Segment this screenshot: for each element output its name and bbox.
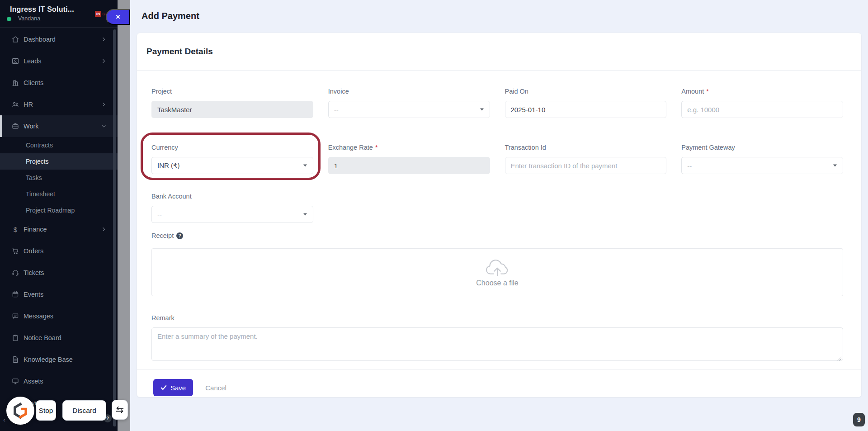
cloud-upload-icon (484, 257, 510, 277)
user-name: Vandana (18, 15, 40, 22)
payment-gateway-select[interactable]: -- (681, 157, 843, 174)
receipt-label: Receipt (151, 232, 174, 239)
chevron-down-icon (833, 165, 837, 167)
currency-select[interactable]: INR (₹) (151, 157, 313, 174)
project-field: Project (151, 88, 313, 118)
transaction-id-label: Transaction Id (505, 144, 667, 151)
chevron-right-icon (101, 227, 107, 232)
home-icon (11, 35, 19, 43)
swap-arrows-icon (115, 405, 125, 415)
project-label: Project (151, 88, 313, 95)
amount-label: Amount* (681, 88, 843, 95)
chevron-down-icon (101, 123, 107, 129)
leads-icon (11, 57, 19, 65)
chevron-down-icon (303, 213, 307, 216)
clipboard-icon (11, 334, 19, 342)
sidebar: Ingress IT Soluti... IN GR Vandana Dashb… (0, 0, 118, 431)
dollar-icon: $ (11, 225, 19, 233)
currency-value: INR (₹) (157, 161, 180, 170)
chat-icon (11, 312, 19, 320)
amount-input[interactable] (681, 101, 843, 118)
paid-on-field: Paid On (505, 88, 667, 118)
bank-account-field: Bank Account -- (151, 193, 313, 223)
chevron-down-icon (303, 165, 307, 167)
save-button[interactable]: Save (153, 379, 193, 396)
company-logo-badge: IN (95, 11, 101, 17)
sidebar-item-dashboard[interactable]: Dashboard (0, 28, 118, 50)
paid-on-label: Paid On (505, 88, 667, 95)
sidebar-item-clients[interactable]: Clients (0, 72, 118, 94)
invoice-select[interactable]: -- (328, 101, 490, 118)
sidebar-item-orders[interactable]: Orders (0, 240, 118, 262)
project-input[interactable] (151, 101, 313, 118)
headset-icon (11, 269, 19, 277)
card-title: Payment Details (146, 47, 847, 57)
close-icon: ✕ (116, 14, 121, 20)
payment-details-card: Payment Details Project Invoice -- Paid … (137, 33, 862, 398)
exchange-rate-field: Exchange Rate* (328, 144, 490, 174)
agent-logo[interactable] (6, 397, 34, 425)
receipt-upload-dropzone[interactable]: Choose a file (151, 248, 843, 296)
close-panel-button[interactable]: ✕ (106, 9, 130, 25)
card-header: Payment Details (137, 33, 861, 71)
sidebar-item-finance[interactable]: $ Finance (0, 218, 118, 240)
hexagon-logo-icon (12, 403, 28, 419)
stop-button[interactable]: Stop (36, 400, 56, 421)
sidebar-nav: Dashboard Leads Clients HR Work Contract… (0, 28, 118, 414)
chevron-right-icon (101, 37, 107, 43)
currency-field: Currency INR (₹) (151, 144, 313, 174)
transaction-id-field: Transaction Id (505, 144, 667, 174)
chevron-left-icon: ‹ (3, 416, 5, 423)
paid-on-input[interactable] (505, 101, 667, 118)
exchange-rate-input[interactable] (328, 157, 490, 174)
help-icon[interactable]: ? (176, 232, 183, 239)
save-label: Save (170, 384, 186, 392)
sidebar-header: Ingress IT Soluti... IN GR Vandana (0, 0, 118, 28)
sidebar-item-assets[interactable]: Assets (0, 370, 118, 392)
building-icon (11, 79, 19, 87)
chevron-right-icon (101, 58, 107, 64)
sidebar-item-events[interactable]: Events (0, 284, 118, 305)
payment-gateway-value: -- (687, 162, 692, 170)
sidebar-item-notice-board[interactable]: Notice Board (0, 327, 118, 349)
swap-button[interactable] (112, 400, 128, 420)
sidebar-item-work[interactable]: Work (0, 115, 118, 137)
sidebar-item-leads[interactable]: Leads (0, 50, 118, 72)
payment-gateway-label: Payment Gateway (681, 144, 843, 151)
sidebar-item-projects[interactable]: Projects (0, 153, 118, 170)
transaction-id-input[interactable] (505, 157, 667, 174)
exchange-rate-label: Exchange Rate* (328, 144, 490, 151)
step-count-badge: 9 (853, 413, 865, 426)
bank-account-label: Bank Account (151, 193, 313, 200)
invoice-value: -- (334, 106, 339, 114)
backdrop-strip (118, 0, 130, 431)
sidebar-item-hr[interactable]: HR (0, 94, 118, 115)
briefcase-icon (11, 122, 19, 130)
sidebar-item-contracts[interactable]: Contracts (0, 137, 118, 153)
chevron-right-icon (101, 102, 107, 108)
company-name: Ingress IT Soluti... (10, 5, 82, 14)
invoice-field: Invoice -- (328, 88, 490, 118)
monitor-icon (11, 377, 19, 385)
cancel-button[interactable]: Cancel (205, 384, 226, 392)
bank-account-select[interactable]: -- (151, 206, 313, 223)
sidebar-scrollbar[interactable] (113, 29, 116, 426)
sidebar-item-project-roadmap[interactable]: Project Roadmap (0, 202, 118, 218)
currency-label: Currency (151, 144, 313, 151)
cart-icon (11, 247, 19, 255)
check-icon (160, 384, 167, 391)
choose-file-text: Choose a file (476, 279, 518, 287)
discard-button[interactable]: Discard (62, 400, 106, 421)
sidebar-item-tickets[interactable]: Tickets (0, 262, 118, 284)
document-icon (11, 355, 19, 364)
people-icon (11, 100, 19, 109)
receipt-label-row: Receipt ? (151, 232, 843, 239)
page-title: Add Payment (142, 11, 199, 21)
sidebar-item-tasks[interactable]: Tasks (0, 170, 118, 186)
remark-textarea[interactable] (151, 327, 843, 361)
calendar-icon (11, 290, 19, 298)
sidebar-item-timesheet[interactable]: Timesheet (0, 186, 118, 202)
sidebar-item-messages[interactable]: Messages (0, 305, 118, 327)
sidebar-item-knowledge-base[interactable]: Knowledge Base (0, 349, 118, 370)
required-asterisk: * (375, 144, 377, 151)
